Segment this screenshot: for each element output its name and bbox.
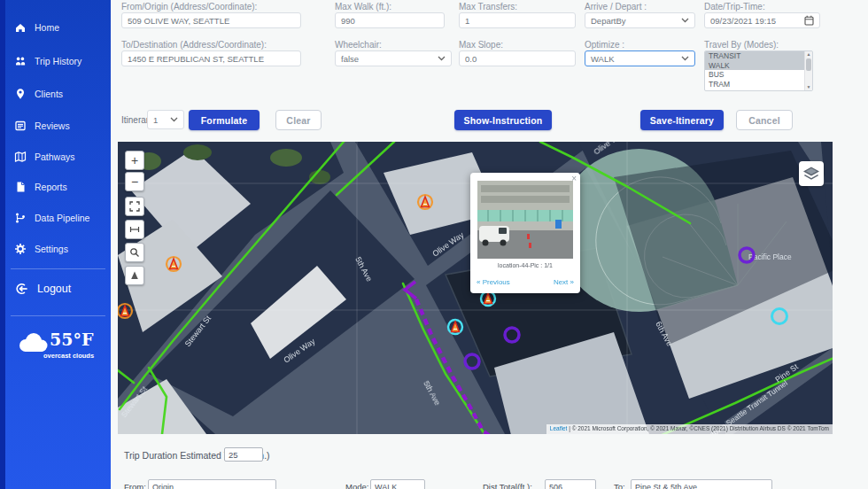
optimize-value: WALK (591, 54, 615, 64)
save-itinerary-button[interactable]: Save-Itinerary (640, 110, 724, 130)
max-transfers-input[interactable] (459, 12, 576, 28)
sidebar-item-clients[interactable]: Clients (14, 88, 63, 100)
calendar-icon (804, 15, 814, 26)
travel-by-listbox[interactable]: TRANSIT WALK BUS TRAM ▲▼ (704, 50, 813, 91)
clear-button[interactable]: Clear (275, 110, 322, 130)
scrollbar-thumb[interactable] (806, 58, 811, 71)
document-icon (14, 181, 27, 193)
cone-icon (129, 270, 140, 281)
leg-mode-input[interactable] (370, 479, 425, 489)
home-icon (14, 21, 27, 34)
chevron-down-icon (438, 56, 446, 61)
location-pin-icon (14, 88, 27, 100)
date-time-input[interactable]: 09/23/2021 19:15 (704, 12, 820, 28)
leg-dist-label: Dist Total(ft.): (483, 482, 532, 489)
zoom-in-button[interactable]: + (125, 151, 144, 170)
max-walk-label: Max Walk (ft.): (335, 2, 391, 12)
sidebar-item-settings[interactable]: Settings (14, 243, 68, 255)
reviews-icon (14, 120, 27, 132)
leg-from-label: From: (124, 482, 146, 489)
wheelchair-select[interactable]: false (335, 50, 452, 66)
branch-icon (14, 212, 27, 224)
sidebar-item-home[interactable]: Home (14, 21, 59, 34)
travel-mode-option[interactable]: WALK (705, 61, 812, 71)
leg-mode-label: Mode: (345, 482, 368, 489)
popup-caption: location-44-Pic : 1/1 (470, 262, 580, 268)
search-button[interactable] (125, 243, 144, 262)
arrive-depart-value: DepartBy (591, 16, 626, 26)
sidebar-item-label: Data Pipeline (35, 213, 89, 223)
fullscreen-icon (129, 201, 140, 212)
zoom-out-button[interactable]: − (125, 172, 144, 191)
map-icon (14, 151, 27, 163)
leaflet-link[interactable]: Leaflet (550, 425, 568, 431)
sidebar: Home Trip History Clients Reviews Pathwa… (0, 0, 111, 489)
sidebar-item-label: Settings (35, 244, 68, 254)
sidebar-item-label: Reviews (35, 120, 70, 131)
chevron-down-icon (681, 56, 689, 61)
chevron-down-icon (681, 18, 689, 23)
itinerary-select[interactable]: 1 (147, 110, 184, 129)
location-photo-popup: × location-44-Pic : 1/1 (470, 173, 580, 293)
map-attribution: Leaflet | © 2021 Microsoft Corporation, … (546, 424, 833, 434)
sidebar-item-reports[interactable]: Reports (14, 181, 67, 193)
layers-icon (802, 165, 821, 182)
previous-link[interactable]: « Previous (477, 278, 510, 286)
attribution-text: | © 2021 Microsoft Corporation, © 2021 M… (567, 425, 829, 431)
app-window: Home Trip History Clients Reviews Pathwa… (0, 0, 868, 489)
sidebar-item-label: Clients (35, 89, 63, 99)
optimize-label: Optimize : (585, 40, 624, 50)
search-icon (129, 247, 140, 258)
origin-input[interactable] (121, 12, 301, 28)
sidebar-divider (11, 268, 105, 269)
leg-to-label: To: (614, 482, 625, 489)
destination-input[interactable] (121, 50, 301, 66)
date-time-value: 09/23/2021 19:15 (710, 16, 776, 26)
layers-button[interactable] (799, 161, 824, 186)
sidebar-item-trip-history[interactable]: Trip History (14, 55, 81, 67)
listbox-scrollbar[interactable]: ▲▼ (804, 51, 812, 90)
gear-icon (14, 243, 27, 255)
max-slope-input[interactable] (459, 50, 576, 66)
temperature-value: 55°F (50, 330, 93, 349)
max-slope-label: Max Slope: (459, 40, 503, 50)
wheelchair-value: false (341, 54, 359, 64)
trip-duration-input[interactable] (224, 447, 263, 462)
sidebar-item-logout[interactable]: Logout (14, 282, 71, 296)
formulate-button[interactable]: Formulate (189, 110, 260, 130)
leg-from-input[interactable] (148, 479, 276, 489)
leg-to-input[interactable] (631, 479, 772, 489)
max-walk-input[interactable] (335, 12, 445, 28)
logout-icon (14, 282, 28, 296)
travel-mode-option[interactable]: TRANSIT (705, 51, 812, 61)
sidebar-item-data-pipeline[interactable]: Data Pipeline (14, 212, 89, 224)
measure-button[interactable] (125, 220, 144, 239)
cancel-button[interactable]: Cancel (736, 110, 793, 130)
show-instruction-button[interactable]: Show-Instruction (454, 110, 552, 130)
arrive-depart-select[interactable]: DepartBy (585, 12, 695, 28)
sidebar-divider (11, 315, 105, 316)
leg-dist-input[interactable] (545, 479, 596, 489)
sidebar-item-label: Reports (35, 182, 67, 192)
date-time-label: Date/Trip-Time: (704, 2, 765, 12)
measure-icon (129, 224, 140, 235)
arrive-depart-label: Arrive / Depart : (585, 2, 647, 12)
sidebar-item-label: Home (35, 22, 59, 33)
sidebar-item-pathways[interactable]: Pathways (14, 151, 75, 163)
optimize-select[interactable]: WALK (585, 50, 695, 66)
sidebar-item-reviews[interactable]: Reviews (14, 120, 70, 132)
travel-mode-option[interactable]: TRAM (705, 80, 812, 89)
max-transfers-label: Max Transfers: (459, 2, 517, 12)
map-container[interactable]: Olive Way Olive Way Olive Way Stewart St… (118, 142, 833, 434)
cone-layer-button[interactable] (125, 266, 144, 285)
travel-mode-option[interactable]: BUS (705, 70, 812, 80)
wheelchair-label: Wheelchair: (335, 40, 382, 50)
sidebar-item-label: Trip History (35, 56, 81, 66)
chevron-down-icon (170, 117, 178, 122)
travel-by-label: Travel By (Modes): (704, 40, 779, 50)
next-link[interactable]: Next » (554, 278, 574, 286)
location-photo (477, 181, 573, 259)
weather-condition: overcast clouds (43, 352, 94, 360)
logout-label: Logout (37, 283, 71, 295)
fullscreen-button[interactable] (125, 197, 144, 216)
